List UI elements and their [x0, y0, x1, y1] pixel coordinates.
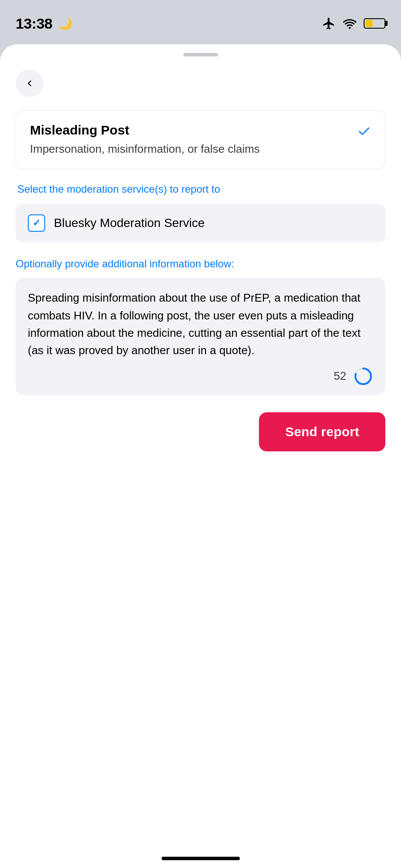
additional-info-text: Spreading misinformation about the use o… [28, 289, 373, 359]
status-bar: 13:38 🌙 [0, 0, 401, 39]
wifi-icon [342, 17, 358, 30]
main-sheet: Misleading Post Impersonation, misinform… [0, 44, 401, 868]
home-indicator [162, 857, 240, 860]
send-report-button[interactable]: Send report [259, 412, 385, 451]
status-time: 13:38 [16, 15, 52, 32]
selected-checkmark-icon [357, 125, 371, 142]
back-button-container [0, 69, 401, 97]
additional-info-textarea[interactable]: Spreading misinformation about the use o… [16, 278, 385, 395]
report-type-card: Misleading Post Impersonation, misinform… [16, 110, 385, 169]
char-count: 52 [334, 369, 346, 383]
moderation-checkbox[interactable]: ✓ [28, 214, 45, 232]
moderation-service-container: ✓ Bluesky Moderation Service [16, 204, 385, 242]
moderation-section-label: Select the moderation service(s) to repo… [16, 183, 385, 195]
send-button-container: Send report [16, 412, 385, 451]
report-type-description: Impersonation, misinformation, or false … [30, 141, 350, 157]
char-count-spinner [353, 366, 373, 386]
char-count-row: 52 [28, 366, 373, 386]
report-type-title: Misleading Post [30, 123, 350, 138]
report-type-text: Misleading Post Impersonation, misinform… [30, 123, 350, 157]
status-icons [322, 16, 385, 30]
moon-icon: 🌙 [58, 17, 72, 30]
drag-handle [183, 53, 218, 56]
battery-icon [364, 18, 385, 29]
optional-info-label: Optionally provide additional informatio… [16, 258, 385, 270]
moderation-service-name: Bluesky Moderation Service [54, 216, 205, 230]
back-button[interactable] [16, 69, 43, 97]
airplane-icon [322, 16, 336, 30]
checkbox-check-icon: ✓ [33, 217, 40, 229]
moderation-service-item[interactable]: ✓ Bluesky Moderation Service [16, 204, 385, 242]
